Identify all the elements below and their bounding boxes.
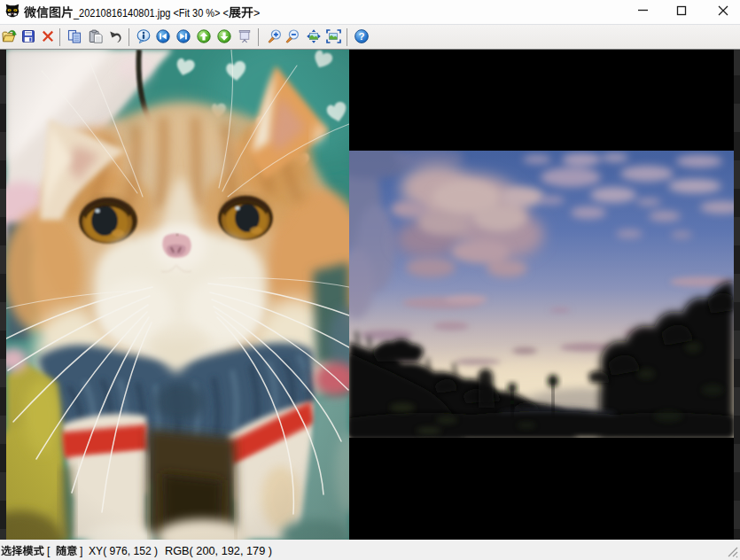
- svg-text:XY( 976, 152 ): XY( 976, 152 ): [89, 545, 158, 557]
- svg-text:_20210816140801.jpg <Fit 30 %>: _20210816140801.jpg <Fit 30 %> <: [73, 7, 229, 19]
- svg-text:RGB( 200, 192, 179 ): RGB( 200, 192, 179 ): [165, 545, 272, 557]
- svg-text:>: >: [253, 7, 260, 19]
- svg-text:]: ]: [80, 545, 82, 557]
- svg-text:[: [: [47, 545, 51, 557]
- svg-text:?: ?: [358, 31, 364, 42]
